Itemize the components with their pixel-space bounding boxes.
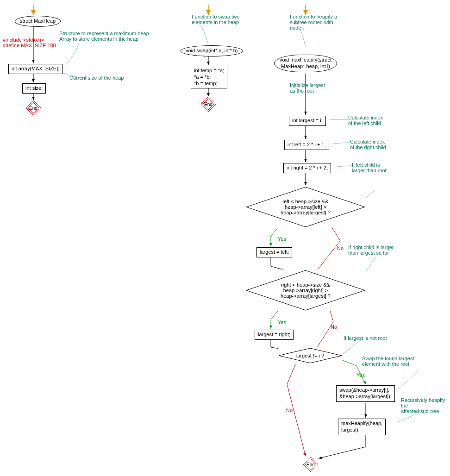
col3-rec-label: maxHeapify(heap, largest);: [338, 419, 386, 435]
col3-swap-label: swap(&heap->array[i], &heap->array[large…: [336, 385, 395, 402]
col3-title: void maxHeapify(struct MaxHeap* heap, in…: [274, 55, 337, 72]
col1-array-label: int array[MAX_SIZE];: [8, 64, 62, 74]
col3-right-label: int right = 2 * i + 2;: [283, 163, 331, 173]
col3-end: End: [303, 457, 319, 472]
cond3-yes: Yes: [356, 372, 365, 378]
col3-comment-swap: Swap the found largest element with the …: [362, 356, 414, 367]
col3-comment-cond1: If left child is larger than root: [352, 162, 387, 173]
col2-comment: Function to swap two elements in the hea…: [192, 14, 239, 25]
col1-title: struct MaxHeap: [15, 16, 61, 27]
col3-comment-left: Calculate index of the left child: [348, 115, 383, 126]
col1-end-label: End: [29, 106, 38, 111]
col1-end: End: [25, 100, 41, 116]
col3-cond1-label: left < heap->size && heap->array[left] >…: [281, 199, 331, 215]
col3-left-box: int left = 2 * i + 1;: [284, 140, 329, 150]
col2-body-label: int temp = *a; *a = *b; *b = temp;: [191, 66, 227, 88]
col1-size-box: int size;: [22, 83, 46, 94]
col3-comment-cond2: If right child is larger than largest so…: [348, 244, 394, 256]
cond1-no: No: [337, 245, 344, 251]
col1-title-label: struct MaxHeap: [15, 16, 61, 27]
cond2-no: No: [331, 324, 337, 330]
col3-comment-rec: Recursively heapify the affected sub-tre…: [401, 397, 450, 414]
col3-setleft-box: largest = left;: [256, 247, 292, 257]
col2-end: End: [200, 96, 216, 112]
cond3-no: No: [286, 407, 293, 413]
col2-end-label: End: [204, 102, 212, 107]
col1-comment-size: Current size of the heap: [69, 75, 124, 81]
col3-cond2-label: right < heap->size && heap->array[right]…: [281, 282, 331, 299]
col3-largest-label: int largest = i;: [289, 116, 326, 126]
col3-cond3-label: largest != i ?: [296, 353, 324, 358]
col3-comment-top: Function to heapify a subtree rooted wit…: [290, 14, 337, 31]
col3-setleft-label: largest = left;: [256, 247, 292, 257]
col3-title-label: void maxHeapify(struct MaxHeap* heap, in…: [274, 55, 337, 72]
col2-title: void swap(int* a, int* b): [181, 45, 243, 56]
col3-comment-init: Initialize largest as the root: [290, 82, 325, 94]
col3-cond3: largest != i ?: [278, 347, 343, 364]
col1-comment-struct: Structure to represent a maximum heap Ar…: [59, 31, 149, 42]
col2-title-label: void swap(int* a, int* b): [181, 45, 243, 56]
col3-setright-label: largest = right;: [255, 330, 294, 340]
col1-defines: #include <stdio.h> #define MAX_SIZE 100: [3, 37, 56, 48]
col3-comment-right: Calculate index of the right child: [350, 139, 386, 150]
col3-largest-box: int largest = i;: [289, 116, 326, 126]
col3-swap-box: swap(&heap->array[i], &heap->array[large…: [336, 385, 395, 402]
col3-right-box: int right = 2 * i + 2;: [283, 163, 331, 173]
col3-left-label: int left = 2 * i + 1;: [284, 140, 329, 150]
col3-end-label: End: [306, 462, 315, 467]
col3-cond1: left < heap->size && heap->array[left] >…: [245, 186, 366, 228]
cond1-yes: Yes: [278, 236, 286, 242]
col3-rec-box: maxHeapify(heap, largest);: [338, 419, 386, 435]
col1-size-label: int size;: [22, 83, 46, 94]
col1-array-box: int array[MAX_SIZE];: [8, 64, 62, 74]
col3-cond2: right < heap->size && heap->array[right]…: [245, 269, 366, 311]
flowchart-canvas: struct MaxHeap #include <stdio.h> #defin…: [0, 0, 450, 476]
col3-setright-box: largest = right;: [255, 330, 294, 340]
col3-comment-cond3: If largest is not root: [344, 335, 387, 341]
col2-body-box: int temp = *a; *a = *b; *b = temp;: [191, 66, 227, 88]
cond2-yes: Yes: [278, 319, 286, 325]
